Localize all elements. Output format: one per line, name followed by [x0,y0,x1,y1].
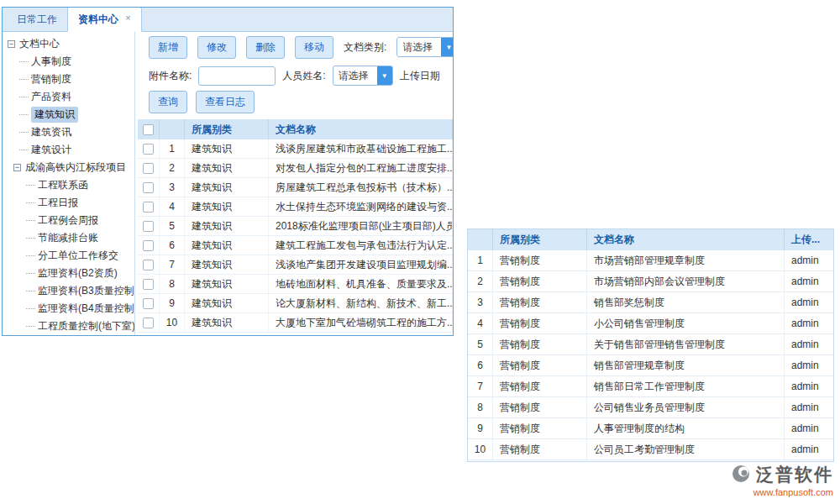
row-checkbox[interactable] [143,318,154,328]
table-row[interactable]: 8 营销制度 公司销售业务员管理制度 admin [468,397,833,418]
cell-doc-name: 人事管理制度的结构 [587,418,785,438]
table-row[interactable]: 7 建筑知识 浅谈地产集团开发建设项目监理规划编... [138,255,453,275]
edit-button[interactable]: 修改 [197,36,236,59]
tree-item[interactable]: 营销制度 [3,71,134,88]
row-number: 1 [468,250,493,270]
cell-category: 建筑知识 [185,197,269,216]
select-value: 请选择 [397,40,441,55]
tree-connector [26,326,35,327]
select-value: 请选择 [333,69,377,83]
table-row[interactable]: 9 建筑知识 论大厦新材料、新结构、新技术、新工... [138,294,453,313]
tree-item[interactable]: 建筑资讯 [3,123,134,141]
select-all-checkbox[interactable] [143,124,154,135]
view-log-button[interactable]: 查看日志 [196,91,255,113]
tree-connector [19,114,29,115]
table-header: 所属别类 文档名称 上传... [468,229,833,250]
table-row[interactable]: 6 建筑知识 建筑工程施工发包与承包违法行为认定... [138,236,453,255]
tree-connector [26,220,35,221]
tree-item[interactable]: 工程质量控制(地下室) [3,318,134,335]
table-row[interactable]: 5 建筑知识 2018标准化监理项目部(业主项目部)人员... [138,217,453,236]
table-row[interactable]: 7 营销制度 销售部日常工作管理制度 admin [468,376,833,397]
table-row[interactable]: 5 营销制度 关于销售部管理销售管理制度 admin [468,334,833,355]
cell-category: 建筑知识 [185,294,269,312]
tree-item[interactable]: 节能减排台账 [3,229,134,247]
table-row[interactable]: 1 建筑知识 浅谈房屋建筑和市政基础设施工程施工... [138,139,453,159]
close-icon[interactable]: × [125,13,130,23]
tree-item[interactable]: 产品资料 [3,88,134,106]
header-doc-name: 文档名称 [269,119,453,139]
table-row[interactable]: 2 营销制度 市场营销部内部会议管理制度 admin [468,271,833,292]
table-row[interactable]: 2 建筑知识 对发包人指定分包的工程施工进度安排... [138,159,453,178]
cell-doc-name: 论大厦新材料、新结构、新技术、新工... [269,294,453,312]
tree-item-label: 人事制度 [31,55,71,69]
cell-category: 建筑知识 [185,275,269,293]
cell-doc-name: 房屋建筑工程总承包投标书（技术标）... [269,178,453,197]
table-row[interactable]: 10 营销制度 公司员工考勤管理制度 admin [468,439,833,460]
row-number: 7 [160,255,185,274]
row-number: 8 [468,397,493,417]
move-button[interactable]: 移动 [295,36,333,59]
row-number: 6 [160,236,185,255]
logo-text: 泛普软件 [756,463,833,486]
tree-item[interactable]: 工程例会周报 [3,212,134,229]
logo-url: www.fanpusoft.com [731,487,833,497]
collapse-icon[interactable]: − [8,40,15,48]
tree-item-selected[interactable]: 建筑知识 [3,106,134,123]
tree-item[interactable]: 工程日报 [3,194,134,212]
table-row[interactable]: 3 建筑知识 房屋建筑工程总承包投标书（技术标）... [138,178,453,197]
add-button[interactable]: 新增 [149,36,187,59]
attachment-name-input[interactable] [198,66,276,86]
tree-item[interactable]: 分工单位工作移交 [3,247,134,265]
tree-item-label: 工程联系函 [38,178,88,192]
tree-item[interactable]: 建筑设计 [3,141,134,159]
attachment-name-label: 附件名称: [149,69,192,83]
collapse-icon[interactable]: − [13,164,21,171]
row-checkbox[interactable] [143,279,154,290]
row-checkbox[interactable] [143,182,154,193]
tree-node-project[interactable]: − 成渝高铁内江标段项目 [3,159,134,176]
row-checkbox[interactable] [143,221,154,232]
tree-connector [19,97,29,97]
table-row[interactable]: 4 建筑知识 水土保持生态环境监测网络的建设与资... [138,197,453,217]
tab-bar: 日常工作 资料中心 × [3,8,453,32]
cell-doc-name: 地砖地面材料、机具准备、质量要求及... [269,275,453,293]
row-number: 1 [160,139,185,158]
cell-category: 营销制度 [493,376,587,396]
cell-doc-name: 水土保持生态环境监测网络的建设与资... [269,197,453,216]
row-number: 9 [160,294,185,312]
table-row[interactable]: 1 营销制度 市场营销部管理规章制度 admin [468,250,833,271]
row-number: 4 [160,197,185,216]
doc-type-select[interactable]: 请选择 ▼ [396,37,453,57]
cell-category: 建筑知识 [185,236,269,255]
tree-root-document-center[interactable]: − 文档中心 [3,35,134,53]
tree-item[interactable]: 工程联系函 [3,176,134,194]
table-row[interactable]: 10 建筑知识 大厦地下室加气砼墙砌筑工程的施工方... [138,313,453,333]
cell-category: 建筑知识 [185,159,269,177]
delete-button[interactable]: 删除 [246,36,285,59]
tree-item[interactable]: 监理资料(B3质量控制) [3,282,134,300]
filter-bar: 附件名称: 人员姓名: 请选择 ▼ 上传日期 [135,62,453,89]
table-row[interactable]: 8 建筑知识 地砖地面材料、机具准备、质量要求及... [138,275,453,294]
row-checkbox[interactable] [143,240,154,251]
tab-data-center[interactable]: 资料中心 × [67,7,142,32]
tree-item[interactable]: 监理资料(B4质量控制) [3,300,134,318]
query-button[interactable]: 查询 [149,91,187,113]
row-checkbox[interactable] [143,298,154,309]
tab-daily-work[interactable]: 日常工作 [7,8,67,31]
row-checkbox[interactable] [143,144,154,155]
person-name-select[interactable]: 请选择 ▼ [333,66,393,86]
row-checkbox[interactable] [143,202,154,213]
table-row[interactable]: 9 营销制度 人事管理制度的结构 admin [468,418,833,439]
row-checkbox[interactable] [143,260,154,270]
tree-item-label: 建筑知识 [31,107,78,123]
cell-category: 营销制度 [493,271,587,291]
table-row[interactable]: 4 营销制度 小公司销售管理制度 admin [468,313,833,334]
tree-item[interactable]: 人事制度 [3,53,134,71]
row-checkbox[interactable] [143,163,154,174]
cell-uploader: admin [785,334,833,354]
tree-item[interactable]: 监理资料(B2资质) [3,265,134,282]
cell-uploader: admin [785,313,833,333]
row-number: 5 [468,334,493,354]
table-row[interactable]: 6 营销制度 销售部管理规章制度 admin [468,355,833,376]
table-row[interactable]: 3 营销制度 销售部奖惩制度 admin [468,292,833,313]
